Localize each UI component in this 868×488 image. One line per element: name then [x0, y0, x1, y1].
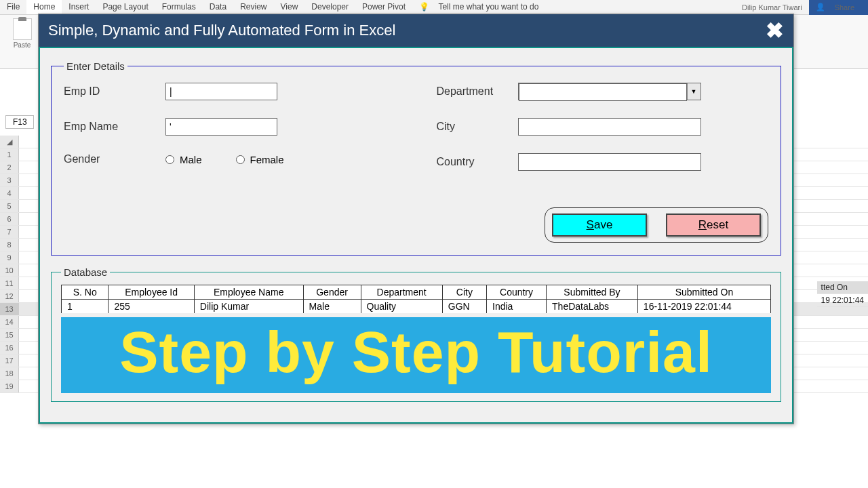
share-button[interactable]: 👤 Share — [809, 0, 868, 16]
row-header[interactable]: 1 — [0, 148, 19, 161]
radio-icon — [236, 155, 245, 164]
tab-review[interactable]: Review — [233, 0, 273, 14]
gender-label: Gender — [64, 153, 165, 165]
radio-female[interactable]: Female — [236, 154, 284, 165]
close-icon[interactable] — [766, 24, 784, 37]
col-empid: Employee Id — [108, 285, 194, 300]
chevron-down-icon[interactable]: ▼ — [687, 83, 701, 100]
tutorial-banner: Step by Step Tutorial — [61, 317, 771, 393]
database-legend: Database — [61, 266, 110, 278]
department-combo[interactable]: ▼ — [518, 83, 701, 100]
country-input[interactable] — [518, 153, 701, 171]
emp-id-label: Emp ID — [64, 85, 165, 98]
city-label: City — [437, 121, 518, 133]
reset-button[interactable]: Reset — [666, 214, 761, 237]
emp-name-input[interactable] — [165, 118, 277, 136]
tab-formulas[interactable]: Formulas — [155, 0, 203, 14]
col-subby: Submitted By — [547, 285, 638, 300]
tab-home[interactable]: Home — [26, 0, 62, 14]
tab-insert[interactable]: Insert — [62, 0, 96, 14]
tab-powerpivot[interactable]: Power Pivot — [355, 0, 412, 14]
country-label: Country — [437, 156, 518, 168]
name-box[interactable]: F13 — [5, 115, 34, 129]
tab-developer[interactable]: Developer — [304, 0, 355, 14]
titlebar[interactable]: Simple, Dynamic and Fully Automated Form… — [39, 14, 793, 47]
button-group: Save Reset — [545, 207, 768, 243]
col-gender: Gender — [303, 285, 361, 300]
emp-id-input[interactable] — [165, 83, 277, 100]
partial-column: tted On 19 22:01:44 — [817, 281, 868, 307]
clipboard-icon — [13, 18, 32, 40]
emp-name-label: Emp Name — [64, 121, 165, 133]
paste-tool[interactable]: Paste — [7, 18, 37, 65]
tab-pagelayout[interactable]: Page Layout — [96, 0, 155, 14]
col-city: City — [442, 285, 486, 300]
col-dept: Department — [361, 285, 442, 300]
user-name: Dilip Kumar Tiwari — [735, 1, 809, 14]
save-button[interactable]: Save — [552, 214, 647, 237]
col-country: Country — [487, 285, 547, 300]
city-input[interactable] — [518, 118, 701, 136]
department-input[interactable] — [519, 83, 687, 101]
database-table: S. No Employee Id Employee Name Gender D… — [61, 285, 771, 313]
col-empname: Employee Name — [194, 285, 303, 300]
row-corner[interactable]: ◢ — [0, 136, 19, 148]
radio-male[interactable]: Male — [165, 154, 202, 165]
database-fieldset: Database S. No Employee Id Employee Name… — [51, 266, 781, 402]
tab-file[interactable]: File — [0, 0, 26, 14]
tab-data[interactable]: Data — [203, 0, 233, 14]
ribbon-tabs: File Home Insert Page Layout Formulas Da… — [0, 0, 868, 15]
tellme-search[interactable]: 💡 Tell me what you want to do — [412, 0, 552, 14]
radio-icon — [165, 155, 174, 164]
userform-dialog: Simple, Dynamic and Fully Automated Form… — [38, 14, 794, 424]
enter-details-fieldset: Enter Details Emp ID Emp Name Gender — [51, 60, 781, 256]
tab-view[interactable]: View — [274, 0, 305, 14]
col-sno: S. No — [62, 285, 108, 300]
form-title: Simple, Dynamic and Fully Automated Form… — [48, 22, 395, 39]
table-header-row: S. No Employee Id Employee Name Gender D… — [62, 285, 771, 300]
col-subon: Submitted On — [637, 285, 770, 300]
table-row[interactable]: 1 255 Dilip Kumar Male Quality GGN India… — [62, 300, 771, 314]
enter-details-legend: Enter Details — [64, 60, 127, 72]
department-label: Department — [437, 85, 518, 98]
